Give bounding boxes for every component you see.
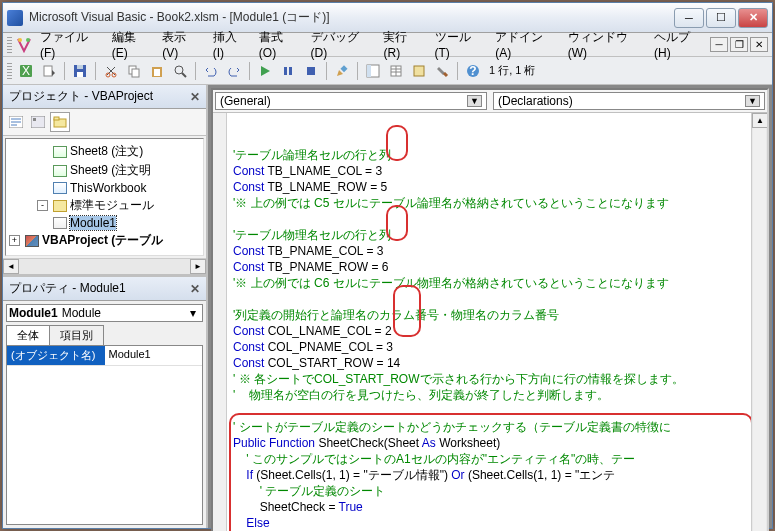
toolbox-button[interactable]: [431, 60, 453, 82]
svg-rect-7: [77, 65, 83, 69]
project-toolbar: [3, 109, 206, 136]
property-value[interactable]: Module1: [105, 346, 203, 365]
chevron-down-icon[interactable]: ▼: [467, 95, 482, 107]
window-buttons: ─ ☐ ✕: [674, 8, 768, 28]
view-code-button[interactable]: [6, 112, 26, 132]
close-button[interactable]: ✕: [738, 8, 768, 28]
property-row[interactable]: (オブジェクト名) Module1: [7, 346, 202, 366]
menu-edit[interactable]: 編集(E): [106, 26, 154, 63]
svg-point-1: [26, 38, 30, 42]
expand-icon[interactable]: +: [9, 235, 20, 246]
cut-button[interactable]: [100, 60, 122, 82]
procedure-dropdown[interactable]: (Declarations) ▼: [493, 92, 765, 110]
scroll-left-icon[interactable]: ◄: [3, 259, 19, 274]
code-gutter[interactable]: [213, 113, 227, 531]
code-scrollbar-v[interactable]: ▲ ▼: [751, 113, 767, 531]
break-button[interactable]: [277, 60, 299, 82]
design-mode-button[interactable]: [331, 60, 353, 82]
project-panel-label: プロジェクト - VBAProject: [9, 88, 153, 105]
svg-point-14: [175, 66, 183, 74]
svg-rect-20: [367, 65, 371, 77]
menu-window[interactable]: ウィンドウ(W): [562, 26, 646, 63]
tree-item-label: 標準モジュール: [70, 197, 154, 214]
menu-debug[interactable]: デバッグ(D): [305, 26, 376, 63]
menu-view[interactable]: 表示(V): [156, 26, 204, 63]
project-tree[interactable]: Sheet8 (注文)Sheet9 (注文明ThisWorkbook-標準モジュ…: [5, 138, 204, 256]
run-button[interactable]: [254, 60, 276, 82]
redo-button[interactable]: [223, 60, 245, 82]
scrollbar-thumb[interactable]: [753, 128, 766, 531]
chevron-down-icon[interactable]: ▼: [745, 95, 760, 107]
property-key: (オブジェクト名): [7, 346, 105, 365]
view-object-button[interactable]: [28, 112, 48, 132]
object-dropdown[interactable]: (General) ▼: [215, 92, 487, 110]
svg-rect-16: [289, 67, 292, 75]
properties-tabs: 全体 項目別: [3, 325, 206, 345]
toolbar-gripper[interactable]: [7, 63, 12, 79]
tree-item-label: Sheet9 (注文明: [70, 162, 151, 179]
properties-object-combo[interactable]: Module1 Module ▾: [6, 304, 203, 322]
titlebar-text: Microsoft Visual Basic - Book2.xlsm - [M…: [29, 9, 674, 26]
properties-panel-label: プロパティ - Module1: [9, 280, 126, 297]
scroll-up-icon[interactable]: ▲: [752, 113, 767, 128]
copy-button[interactable]: [123, 60, 145, 82]
tree-scrollbar-h[interactable]: ◄ ►: [3, 258, 206, 274]
menu-help[interactable]: ヘルプ(H): [648, 26, 708, 63]
insert-dropdown-button[interactable]: [38, 60, 60, 82]
mdi-restore-button[interactable]: ❐: [730, 37, 748, 52]
mdi-close-button[interactable]: ✕: [750, 37, 768, 52]
properties-grid[interactable]: (オブジェクト名) Module1: [6, 345, 203, 525]
properties-panel: プロパティ - Module1 ✕ Module1 Module ▾ 全体 項目…: [3, 274, 206, 528]
tree-item[interactable]: Module1: [9, 215, 200, 231]
prop-tab-cat[interactable]: 項目別: [49, 325, 104, 345]
tree-item[interactable]: ThisWorkbook: [9, 180, 200, 196]
find-button[interactable]: [169, 60, 191, 82]
expand-icon[interactable]: -: [37, 200, 48, 211]
menu-run[interactable]: 実行(R): [377, 26, 426, 63]
svg-point-0: [18, 38, 22, 42]
properties-panel-close-icon[interactable]: ✕: [190, 282, 200, 296]
help-button[interactable]: ?: [462, 60, 484, 82]
properties-panel-title: プロパティ - Module1 ✕: [3, 277, 206, 301]
view-excel-button[interactable]: X: [15, 60, 37, 82]
tree-item-label: Sheet8 (注文): [70, 143, 143, 160]
main-area: プロジェクト - VBAProject ✕ Sheet8 (注文)Sheet9 …: [3, 85, 772, 528]
project-panel-close-icon[interactable]: ✕: [190, 90, 200, 104]
project-explorer-button[interactable]: [362, 60, 384, 82]
vba-editor-window: Microsoft Visual Basic - Book2.xlsm - [M…: [2, 2, 773, 529]
svg-rect-26: [31, 116, 45, 128]
menu-file[interactable]: ファイル(F): [34, 26, 104, 63]
mdi-minimize-button[interactable]: ─: [710, 37, 728, 52]
gripper[interactable]: [7, 37, 12, 53]
properties-button[interactable]: [385, 60, 407, 82]
reset-button[interactable]: [300, 60, 322, 82]
prop-tab-all[interactable]: 全体: [6, 325, 50, 345]
menu-format[interactable]: 書式(O): [253, 26, 303, 63]
scroll-right-icon[interactable]: ►: [190, 259, 206, 274]
dropdown-icon[interactable]: ▾: [186, 306, 200, 320]
tree-item[interactable]: -標準モジュール: [9, 196, 200, 215]
maximize-button[interactable]: ☐: [706, 8, 736, 28]
menu-insert[interactable]: 挿入(I): [207, 26, 251, 63]
minimize-button[interactable]: ─: [674, 8, 704, 28]
object-browser-button[interactable]: [408, 60, 430, 82]
code-editor[interactable]: 'テーブル論理名セルの行と列Const TB_LNAME_COL = 3Cons…: [227, 113, 751, 531]
mdi-buttons: ─ ❐ ✕: [710, 37, 768, 52]
properties-object-type: Module: [62, 306, 101, 320]
paste-button[interactable]: [146, 60, 168, 82]
svg-rect-11: [132, 69, 139, 77]
tree-item[interactable]: +VBAProject (テーブル: [9, 231, 200, 250]
tree-item[interactable]: Sheet8 (注文): [9, 142, 200, 161]
tree-item[interactable]: Sheet9 (注文明: [9, 161, 200, 180]
toggle-folders-button[interactable]: [50, 112, 70, 132]
undo-button[interactable]: [200, 60, 222, 82]
svg-rect-13: [154, 69, 160, 76]
svg-rect-17: [307, 67, 315, 75]
save-button[interactable]: [69, 60, 91, 82]
svg-text:?: ?: [469, 64, 476, 78]
menu-tools[interactable]: ツール(T): [429, 26, 488, 63]
project-panel-title: プロジェクト - VBAProject ✕: [3, 85, 206, 109]
menubar: ファイル(F) 編集(E) 表示(V) 挿入(I) 書式(O) デバッグ(D) …: [3, 33, 772, 57]
menu-addins[interactable]: アドイン(A): [489, 26, 559, 63]
cursor-position: 1 行, 1 桁: [489, 63, 609, 78]
